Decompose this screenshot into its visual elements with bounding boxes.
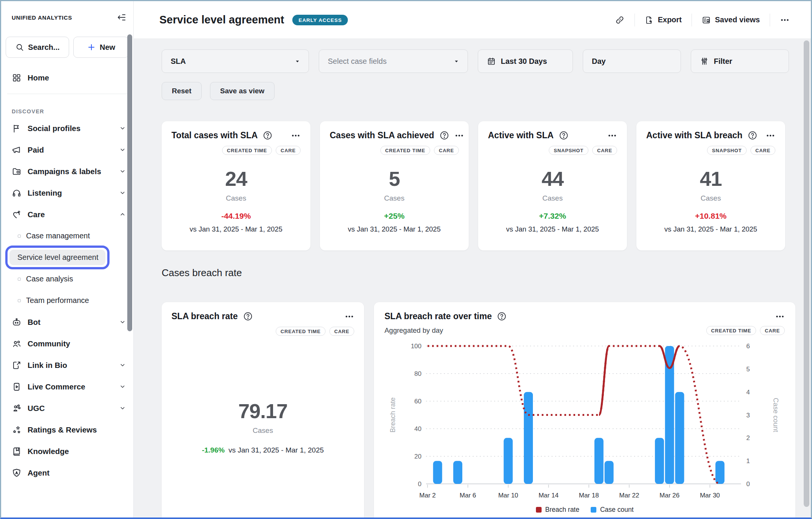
metric-block: 41 Cases +10.81% vs Jan 31, 2025 - Mar 1…: [646, 167, 775, 233]
card-header: Active with SLA: [488, 130, 617, 141]
sidebar-item-campaigns-labels[interactable]: Campaigns & labels: [1, 161, 133, 182]
reset-button[interactable]: Reset: [162, 82, 202, 100]
card-more-options-icon[interactable]: [775, 312, 785, 321]
help-icon[interactable]: [559, 130, 569, 141]
metric-card-active-with-sla: Active with SLA SNAPSHOTCARE 44 Cases +7…: [478, 121, 627, 250]
card-header: Active with SLA breach: [646, 130, 775, 141]
sidebar-subitem-case-analysis[interactable]: Case analysis: [1, 268, 133, 290]
granularity-select[interactable]: Day: [583, 49, 681, 73]
copy-link-icon[interactable]: [615, 15, 625, 25]
sidebar-item-link-in-bio[interactable]: Link in Bio: [1, 354, 133, 376]
sidebar-item-live-commerce[interactable]: Live Commerce: [1, 376, 133, 397]
chevron-down-icon: [119, 319, 126, 325]
date-range-picker[interactable]: Last 30 Days: [478, 49, 573, 73]
card-more-options-icon[interactable]: [607, 131, 617, 141]
sidebar-item-bot[interactable]: Bot: [1, 311, 133, 333]
legend-item[interactable]: Breach rate: [536, 506, 579, 514]
app-window: UNIFIED ANALYTICS Search... New Home DIS…: [1, 1, 811, 517]
main-scrollbar[interactable]: [804, 40, 809, 507]
filter-button[interactable]: Filter: [691, 49, 789, 73]
search-button[interactable]: Search...: [6, 37, 69, 58]
dimension-badge: CARE: [276, 146, 301, 155]
sidebar-item-ugc[interactable]: UGC: [1, 397, 133, 419]
saved-views-button[interactable]: Saved views: [702, 15, 760, 25]
active-subitem-pill[interactable]: Service level agreement: [9, 250, 105, 265]
new-button[interactable]: New: [73, 37, 129, 58]
card-more-options-icon[interactable]: [344, 312, 354, 321]
svg-text:Mar 14: Mar 14: [539, 492, 559, 499]
card-title: Cases with SLA achieved: [330, 130, 434, 141]
svg-text:0: 0: [418, 480, 421, 488]
date-range-value: Last 30 Days: [501, 57, 547, 66]
sidebar-subitem-case-management[interactable]: Case management: [1, 225, 133, 247]
main-area: Service level agreement EARLY ACCESS Exp…: [134, 1, 811, 517]
sidebar-item-community[interactable]: Community: [1, 333, 133, 354]
chevron-down-icon: [453, 58, 460, 65]
sidebar-item-label: Campaigns & labels: [28, 167, 101, 176]
header-divider: [770, 14, 770, 26]
chevron-down-icon: [119, 125, 126, 131]
sidebar-item-social-profiles[interactable]: Social profiles: [1, 117, 133, 139]
card-more-options-icon[interactable]: [766, 131, 775, 141]
sidebar-subitem-service-level-agreement[interactable]: Service level agreement: [1, 247, 133, 268]
metric-delta: +25%: [330, 212, 459, 221]
export-label: Export: [658, 15, 682, 24]
metric-value: 79.17: [171, 399, 354, 423]
metric-card-cases-with-sla-achieved: Cases with SLA achieved CREATED TIMECARE…: [320, 121, 469, 250]
export-button[interactable]: Export: [645, 15, 682, 25]
metric-unit: Cases: [488, 194, 617, 202]
sidebar-item-paid[interactable]: Paid: [1, 139, 133, 161]
help-icon[interactable]: [439, 130, 449, 141]
export-icon: [645, 15, 654, 25]
book-icon: [12, 446, 22, 456]
metric-value: 44: [488, 167, 617, 190]
legend-swatch: [591, 507, 596, 513]
sla-select[interactable]: SLA: [162, 49, 309, 73]
sidebar-item-home[interactable]: Home: [1, 67, 133, 88]
card-more-options-icon[interactable]: [291, 131, 301, 141]
dimension-badge: CREATED TIME: [222, 146, 272, 155]
svg-text:Mar 22: Mar 22: [619, 492, 639, 499]
sidebar-item-care[interactable]: Care: [1, 204, 133, 225]
sidebar-divider: [7, 94, 127, 94]
collapse-sidebar-icon[interactable]: [117, 12, 127, 22]
help-icon[interactable]: [747, 130, 758, 141]
sidebar-scrollbar[interactable]: [127, 34, 132, 331]
metric-value: 41: [646, 167, 775, 190]
sidebar-subitem-team-performance[interactable]: Team performance: [1, 290, 133, 311]
case-fields-select[interactable]: Select case fields: [319, 49, 468, 73]
legend-item[interactable]: Case count: [591, 506, 634, 514]
page-content: SLA Select case fields Last 30 Days Day …: [134, 39, 811, 517]
filter-bar: SLA Select case fields Last 30 Days Day …: [162, 49, 795, 73]
metric-card-total-cases-with-sla: Total cases with SLA CREATED TIMECARE 24…: [162, 121, 310, 250]
metric-delta: -44.19%: [171, 212, 301, 221]
ugc-icon: [12, 403, 22, 413]
sidebar-item-knowledge[interactable]: Knowledge: [1, 440, 133, 462]
sidebar-subitem-label: Team performance: [26, 296, 89, 305]
sidebar-item-ratings-reviews[interactable]: Ratings & Reviews: [1, 419, 133, 440]
sidebar-item-label: Care: [28, 210, 45, 219]
compare-period: vs Jan 31, 2025 - Mar 1, 2025: [330, 225, 459, 233]
chevron-down-icon: [294, 58, 301, 65]
metric-cards-row: Total cases with SLA CREATED TIMECARE 24…: [162, 121, 795, 250]
header-divider: [634, 14, 635, 26]
help-icon[interactable]: [243, 311, 253, 321]
legend-label: Breach rate: [545, 506, 579, 514]
sidebar-item-listening[interactable]: Listening: [1, 182, 133, 204]
plus-icon: [87, 43, 96, 52]
shield-icon: [12, 468, 22, 478]
discover-section-label: DISCOVER: [12, 108, 133, 114]
sidebar-item-agent[interactable]: Agent: [1, 462, 133, 483]
help-icon[interactable]: [262, 130, 273, 141]
care-icon: [12, 210, 22, 219]
granularity-value: Day: [592, 57, 606, 66]
more-options-icon[interactable]: [780, 15, 790, 25]
save-as-view-button[interactable]: Save as view: [210, 82, 275, 100]
section-title: Cases breach rate: [162, 267, 795, 279]
card-more-options-icon[interactable]: [454, 131, 464, 141]
sidebar-subitem-label: Case management: [26, 232, 90, 240]
help-icon[interactable]: [497, 311, 507, 321]
sidebar-actions: Search... New: [6, 37, 129, 58]
svg-text:3: 3: [746, 412, 750, 419]
filter-label: Filter: [714, 57, 732, 66]
